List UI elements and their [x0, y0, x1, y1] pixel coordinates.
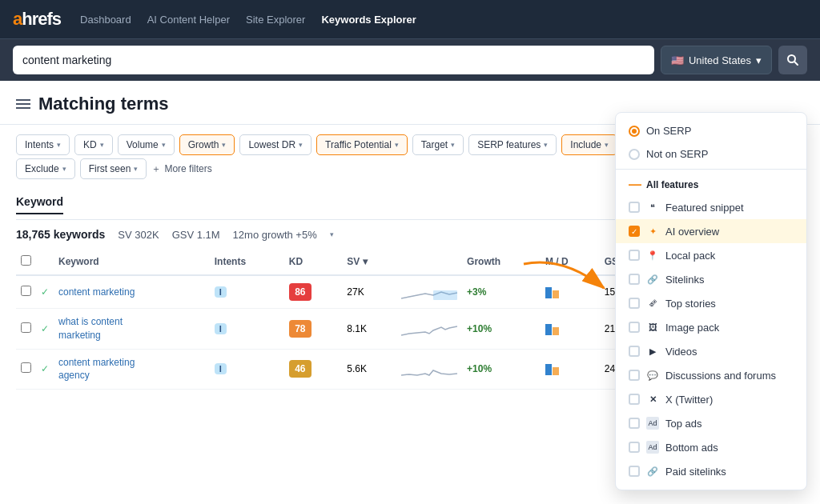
top-ads-option[interactable]: Ad Top ads	[616, 411, 806, 435]
serp-on-serp-option[interactable]: On SERP	[616, 119, 806, 142]
ai-overview-checkbox	[629, 226, 640, 237]
nav-site-explorer[interactable]: Site Explorer	[246, 14, 305, 26]
intents-cell: I	[210, 349, 284, 390]
filter-first-seen[interactable]: First seen ▾	[80, 158, 147, 179]
chevron-down-icon: ▾	[451, 141, 455, 149]
bottom-ads-checkbox	[629, 442, 640, 453]
featured-snippet-icon: ❝	[646, 201, 659, 214]
md-cell	[541, 275, 600, 309]
search-input[interactable]: content marketing	[22, 54, 645, 66]
image-pack-option[interactable]: 🖼 Image pack	[616, 315, 806, 339]
ai-overview-label: AI overview	[665, 226, 719, 238]
col-md: M / D	[541, 249, 600, 275]
filter-include[interactable]: Include ▾	[561, 134, 617, 155]
videos-checkbox	[629, 346, 640, 357]
serp-not-on-serp-option[interactable]: Not on SERP	[616, 142, 806, 166]
row-checkbox[interactable]	[21, 322, 31, 333]
keyword-cell: what is contentmarketing	[54, 309, 210, 350]
row-checkbox-cell	[16, 275, 36, 309]
discussions-icon: 💬	[646, 369, 659, 382]
filter-traffic-potential[interactable]: Traffic Potential ▾	[316, 134, 408, 155]
filter-serp-features[interactable]: SERP features ▾	[468, 134, 557, 155]
not-on-serp-label: Not on SERP	[646, 148, 708, 160]
select-all-checkbox[interactable]	[21, 255, 31, 266]
image-pack-icon: 🖼	[646, 321, 659, 334]
chevron-down-icon: ▾	[395, 141, 399, 149]
keyword-link[interactable]: content marketing	[58, 286, 135, 298]
top-ads-icon: Ad	[646, 417, 659, 430]
nav-dashboard[interactable]: Dashboard	[80, 14, 131, 26]
radio-on-serp	[629, 126, 640, 137]
keyword-cell: content marketingagency	[54, 349, 210, 390]
sitelinks-label: Sitelinks	[665, 274, 704, 286]
chevron-down-icon: ▾	[544, 141, 548, 149]
kd-cell: 46	[284, 349, 343, 390]
row-check-cell: ✓	[36, 349, 54, 390]
filter-kd[interactable]: KD ▾	[74, 134, 113, 155]
sitelinks-option[interactable]: 🔗 Sitelinks	[616, 267, 806, 291]
local-pack-checkbox	[629, 250, 640, 261]
discussions-label: Discussions and forums	[665, 370, 776, 382]
more-filters-button[interactable]: ＋ More filters	[151, 162, 211, 176]
paid-sitelinks-label: Paid sitelinks	[665, 466, 726, 478]
bottom-ads-option[interactable]: Ad Bottom ads	[616, 435, 806, 459]
md-cell	[541, 349, 600, 390]
chevron-down-icon: ▾	[299, 141, 303, 149]
kd-cell: 86	[284, 275, 343, 309]
search-icon	[786, 54, 799, 66]
search-button[interactable]	[778, 46, 807, 74]
image-pack-checkbox	[629, 322, 640, 333]
sparkline-cell	[396, 349, 462, 390]
videos-option[interactable]: ▶ Videos	[616, 339, 806, 363]
twitter-icon: ✕	[646, 393, 659, 406]
paid-sitelinks-option[interactable]: 🔗 Paid sitelinks	[616, 459, 806, 483]
col-sparkline	[396, 249, 462, 275]
featured-snippet-option[interactable]: ❝ Featured snippet	[616, 195, 806, 219]
paid-sitelinks-checkbox	[629, 466, 640, 477]
top-ads-label: Top ads	[665, 418, 702, 430]
country-selector[interactable]: 🇺🇸 United States ▾	[661, 46, 772, 74]
page-content: Matching terms Intents ▾ KD ▾ Volume ▾ G…	[0, 81, 820, 504]
bottom-ads-icon: Ad	[646, 441, 659, 454]
row-check-cell: ✓	[36, 275, 54, 309]
intents-cell: I	[210, 275, 284, 309]
paid-sitelinks-icon: 🔗	[646, 465, 659, 478]
keyword-link[interactable]: what is contentmarketing	[58, 316, 123, 341]
menu-icon[interactable]	[16, 99, 30, 109]
top-stories-option[interactable]: 🗞 Top stories	[616, 291, 806, 315]
nav-ai-content[interactable]: AI Content Helper	[147, 14, 230, 26]
filter-target[interactable]: Target ▾	[412, 134, 464, 155]
nav-keywords-explorer[interactable]: Keywords Explorer	[321, 14, 416, 26]
local-pack-option[interactable]: 📍 Local pack	[616, 243, 806, 267]
row-checkbox[interactable]	[21, 362, 31, 373]
ai-overview-option[interactable]: ✦ AI overview	[616, 219, 806, 243]
filter-intents[interactable]: Intents ▾	[16, 134, 70, 155]
bottom-ads-label: Bottom ads	[665, 442, 718, 454]
keyword-link[interactable]: content marketingagency	[58, 357, 135, 382]
sparkline-cell	[396, 309, 462, 350]
top-stories-icon: 🗞	[646, 297, 659, 310]
top-stories-label: Top stories	[665, 298, 716, 310]
filter-volume[interactable]: Volume ▾	[118, 134, 175, 155]
keywords-count: 18,765 keywords	[16, 228, 105, 241]
image-pack-label: Image pack	[665, 322, 719, 334]
row-checkbox[interactable]	[21, 286, 31, 296]
nav-links: Dashboard AI Content Helper Site Explore…	[80, 14, 807, 26]
search-input-wrapper[interactable]: content marketing	[13, 46, 654, 74]
twitter-option[interactable]: ✕ X (Twitter)	[616, 387, 806, 411]
svg-line-1	[794, 62, 798, 65]
keywords-tab[interactable]: Keyword	[16, 195, 63, 214]
logo[interactable]: ahrefs	[13, 9, 61, 30]
chevron-down-icon: ▾	[330, 230, 334, 238]
chevron-down-icon: ▾	[62, 165, 66, 173]
sv-cell: 27K	[342, 275, 396, 309]
filter-growth[interactable]: Growth ▾	[179, 134, 235, 155]
growth-cell: +10%	[462, 349, 541, 390]
sitelinks-icon: 🔗	[646, 273, 659, 286]
chevron-down-icon: ▾	[162, 141, 166, 149]
discussions-forums-option[interactable]: 💬 Discussions and forums	[616, 363, 806, 387]
gsv-stat: GSV 1.1M	[172, 229, 220, 241]
col-checkbox	[16, 249, 36, 275]
filter-lowest-dr[interactable]: Lowest DR ▾	[239, 134, 312, 155]
filter-exclude[interactable]: Exclude ▾	[16, 158, 75, 179]
